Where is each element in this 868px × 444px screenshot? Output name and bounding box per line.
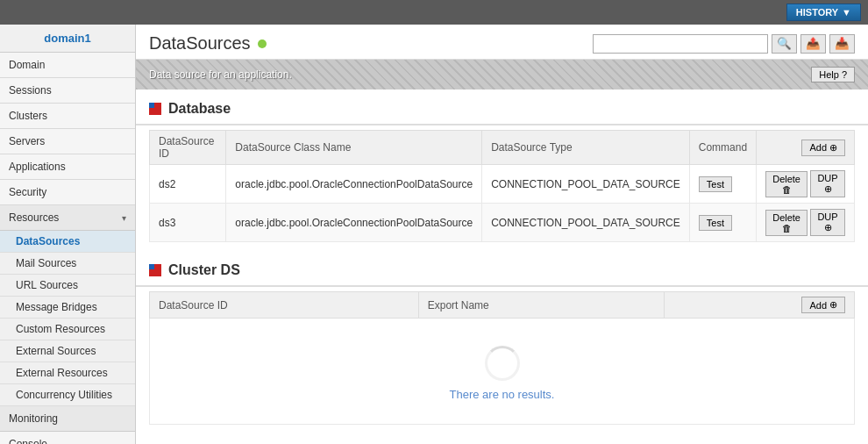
- toolbar-right: 🔍 📤 📥: [593, 34, 855, 54]
- sidebar-item-clusters[interactable]: Clusters: [0, 104, 135, 129]
- ds-id-cell: ds2: [150, 165, 226, 204]
- history-button[interactable]: HISTORY ▼: [786, 4, 861, 21]
- cluster-table-wrapper: DataSource ID Export Name Add ⊕: [136, 291, 868, 433]
- page-header: DataSources 🔍 📤 📥: [136, 25, 868, 60]
- database-section-icon: [149, 103, 161, 115]
- database-table: DataSource ID DataSource Class Name Data…: [149, 130, 855, 242]
- cluster-section-title: Cluster DS: [168, 262, 240, 278]
- table-row: ds2 oracle.jdbc.pool.OracleConnectionPoo…: [150, 165, 855, 204]
- ds-command-cell: Test: [689, 165, 756, 204]
- col-add: Add ⊕: [757, 131, 855, 165]
- database-section-header: Database: [136, 94, 868, 125]
- sidebar-sub-datasources[interactable]: DataSources: [0, 231, 135, 253]
- ds-class-cell: oracle.jdbc.pool.OracleConnectionPoolDat…: [226, 204, 482, 242]
- sidebar-sub-message-bridges[interactable]: Message Bridges: [0, 297, 135, 319]
- ds-action-cell: Delete 🗑 DUP ⊕: [757, 204, 855, 242]
- test-button[interactable]: Test: [699, 176, 732, 192]
- no-results-spinner: [485, 346, 520, 381]
- ds-class-cell: oracle.jdbc.pool.OracleConnectionPoolDat…: [226, 165, 482, 204]
- sidebar-sub-external-sources[interactable]: External Sources: [0, 340, 135, 362]
- no-results-row: There are no results.: [150, 319, 855, 425]
- col-cluster-add: Add ⊕: [664, 292, 854, 319]
- help-button[interactable]: Help ?: [811, 67, 855, 82]
- delete-button[interactable]: Delete 🗑: [765, 171, 808, 197]
- sidebar-sub-url-sources[interactable]: URL Sources: [0, 275, 135, 297]
- download-button[interactable]: 📥: [829, 34, 855, 54]
- cluster-table: DataSource ID Export Name Add ⊕: [149, 291, 855, 425]
- col-type: DataSource Type: [482, 131, 690, 165]
- col-command: Command: [689, 131, 756, 165]
- sidebar-sub-mail-sources[interactable]: Mail Sources: [0, 253, 135, 275]
- info-bar: Data source for an application. Help ?: [136, 60, 868, 90]
- col-cluster-id: DataSource ID: [150, 292, 419, 319]
- history-arrow: ▼: [842, 7, 851, 18]
- cluster-section-header: Cluster DS: [136, 255, 868, 287]
- history-label: HISTORY: [796, 7, 838, 18]
- ds-action-cell: Delete 🗑 DUP ⊕: [757, 165, 855, 204]
- search-input[interactable]: [593, 34, 768, 54]
- main-layout: domain1 Domain Sessions Clusters Servers…: [0, 25, 868, 444]
- sidebar-monitoring-section[interactable]: Monitoring: [0, 406, 135, 432]
- sidebar-resources-section[interactable]: Resources ▾: [0, 205, 135, 231]
- content-area: DataSources 🔍 📤 📥 Data source for an app…: [136, 25, 868, 444]
- monitoring-label: Monitoring: [9, 412, 58, 425]
- col-datasource-id: DataSource ID: [150, 131, 226, 165]
- sidebar-item-sessions[interactable]: Sessions: [0, 78, 135, 104]
- resources-expand-icon: ▾: [122, 213, 126, 223]
- sidebar-sub-concurrency-utilities[interactable]: Concurrency Utilities: [0, 384, 135, 406]
- database-section-title: Database: [168, 101, 231, 117]
- dup-button[interactable]: DUP ⊕: [810, 209, 845, 236]
- sidebar-item-console[interactable]: Console: [0, 432, 135, 444]
- test-button[interactable]: Test: [699, 215, 732, 231]
- sidebar-item-servers[interactable]: Servers: [0, 129, 135, 154]
- export-button[interactable]: 📤: [800, 34, 826, 54]
- search-button[interactable]: 🔍: [772, 34, 797, 54]
- sidebar-item-security[interactable]: Security: [0, 180, 135, 205]
- table-row: ds3 oracle.jdbc.pool.OracleConnectionPoo…: [150, 204, 855, 242]
- resources-label: Resources: [9, 211, 59, 224]
- sidebar-item-applications[interactable]: Applications: [0, 154, 135, 180]
- database-table-wrapper: DataSource ID DataSource Class Name Data…: [136, 130, 868, 251]
- dup-button[interactable]: DUP ⊕: [810, 170, 845, 197]
- sidebar-sub-external-resources[interactable]: External Resources: [0, 362, 135, 384]
- cluster-add-icon: ⊕: [829, 299, 837, 311]
- add-icon: ⊕: [829, 142, 837, 154]
- ds-type-cell: CONNECTION_POOL_DATA_SOURCE: [482, 165, 690, 204]
- sidebar: domain1 Domain Sessions Clusters Servers…: [0, 25, 136, 444]
- cluster-section-icon: [149, 264, 161, 276]
- col-export-name: Export Name: [418, 292, 664, 319]
- page-title: DataSources: [149, 33, 251, 54]
- ds-command-cell: Test: [689, 204, 756, 242]
- col-class-name: DataSource Class Name: [226, 131, 482, 165]
- database-add-button[interactable]: Add ⊕: [801, 140, 845, 156]
- top-bar: HISTORY ▼: [0, 0, 868, 25]
- domain-title[interactable]: domain1: [0, 25, 135, 53]
- ds-type-cell: CONNECTION_POOL_DATA_SOURCE: [482, 204, 690, 242]
- delete-button[interactable]: Delete 🗑: [765, 210, 808, 236]
- status-dot: [258, 39, 267, 48]
- sidebar-item-domain[interactable]: Domain: [0, 53, 135, 78]
- info-text: Data source for an application.: [149, 68, 292, 81]
- no-results-text: There are no results.: [176, 388, 828, 401]
- sidebar-sub-custom-resources[interactable]: Custom Resources: [0, 319, 135, 340]
- cluster-add-button[interactable]: Add ⊕: [801, 297, 845, 313]
- ds-id-cell: ds3: [150, 204, 226, 242]
